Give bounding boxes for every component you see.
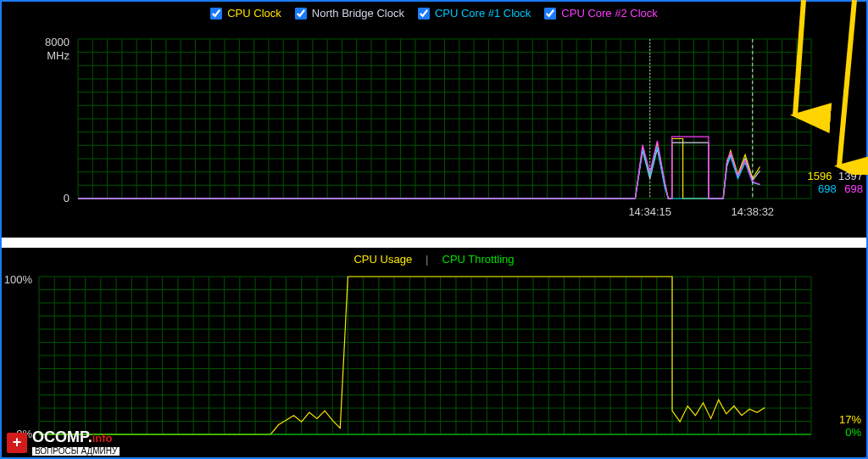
plus-icon: +: [7, 433, 27, 453]
readout-core1: 698: [818, 182, 837, 195]
legend-cpu-usage: CPU Usage: [353, 253, 412, 266]
watermark-site: OCOMP.: [32, 428, 92, 445]
svg-text:14:38:32: 14:38:32: [731, 205, 774, 218]
legend-cpu-throttling: CPU Throttling: [442, 253, 515, 266]
svg-text:MHz: MHz: [47, 49, 70, 62]
watermark-logo: + OCOMP.info ВОПРОСЫ АДМИНУ: [7, 429, 120, 456]
readout-cpu-clock: 1596: [808, 170, 832, 182]
bottom-readout: 17% 0%: [839, 413, 861, 439]
legend-label: CPU Clock: [227, 7, 281, 20]
checkbox-core2[interactable]: [544, 8, 556, 20]
checkbox-north-bridge[interactable]: [295, 8, 307, 20]
readout-usage: 17%: [839, 413, 861, 426]
legend-label: North Bridge Clock: [312, 7, 404, 20]
readout-north-bridge: 1397: [838, 170, 863, 182]
legend-cpu-core1-clock[interactable]: CPU Core #1 Clock: [418, 7, 531, 20]
bottom-legend: CPU Usage | CPU Throttling: [2, 248, 866, 269]
svg-text:0: 0: [64, 192, 70, 204]
panel-divider: [2, 238, 866, 248]
checkbox-core1[interactable]: [418, 8, 430, 20]
svg-text:14:34:15: 14:34:15: [628, 205, 671, 218]
svg-text:100%: 100%: [4, 273, 33, 286]
checkbox-cpu-clock[interactable]: [210, 8, 222, 20]
legend-north-bridge-clock[interactable]: North Bridge Clock: [295, 7, 404, 20]
top-readout: 1596 1397 698 698: [808, 170, 863, 195]
legend-cpu-clock[interactable]: CPU Clock: [210, 7, 281, 20]
top-chart: 08000MHz14:34:1514:38:32: [2, 29, 866, 231]
readout-throttling: 0%: [845, 426, 861, 439]
watermark-tagline: ВОПРОСЫ АДМИНУ: [32, 447, 120, 456]
readout-core2: 698: [844, 182, 863, 195]
legend-label: CPU Core #2 Clock: [561, 7, 657, 20]
bottom-chart: 0%100%: [2, 271, 866, 457]
legend-label: CPU Core #1 Clock: [435, 7, 531, 20]
svg-text:8000: 8000: [45, 36, 70, 48]
top-legend: CPU Clock North Bridge Clock CPU Core #1…: [2, 2, 866, 23]
legend-cpu-core2-clock[interactable]: CPU Core #2 Clock: [544, 7, 657, 20]
watermark-tld: info: [92, 432, 113, 445]
